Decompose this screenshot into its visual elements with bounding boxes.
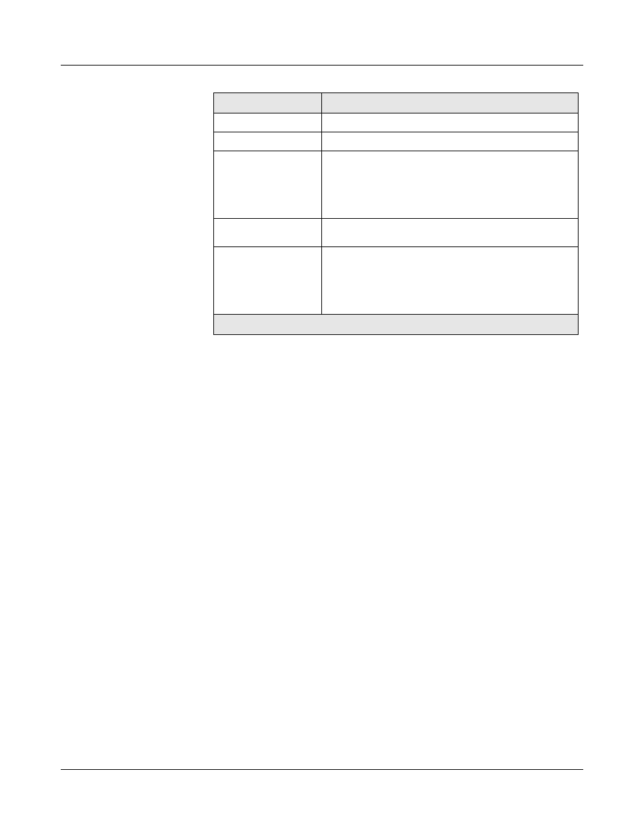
- top-rule: [61, 65, 583, 66]
- table-cell: [214, 247, 322, 315]
- table-header-col2: [322, 93, 579, 113]
- bottom-rule: [61, 769, 583, 770]
- table-container: [213, 93, 578, 335]
- page: [0, 0, 644, 834]
- table-cell: [214, 219, 322, 247]
- table-row: [214, 247, 579, 315]
- table-cell: [322, 113, 579, 132]
- table-row: [214, 113, 579, 132]
- table-cell: [322, 247, 579, 315]
- table-header-col1: [214, 93, 322, 113]
- table-footer-cell: [214, 315, 579, 335]
- table-cell: [214, 113, 322, 132]
- data-table: [213, 93, 579, 335]
- table-row: [214, 219, 579, 247]
- table-footer-row: [214, 315, 579, 335]
- table-cell: [322, 151, 579, 219]
- table-row: [214, 132, 579, 151]
- table-cell: [322, 219, 579, 247]
- table-cell: [214, 132, 322, 151]
- table-row: [214, 151, 579, 219]
- table-cell: [322, 132, 579, 151]
- table-header-row: [214, 93, 579, 113]
- table-cell: [214, 151, 322, 219]
